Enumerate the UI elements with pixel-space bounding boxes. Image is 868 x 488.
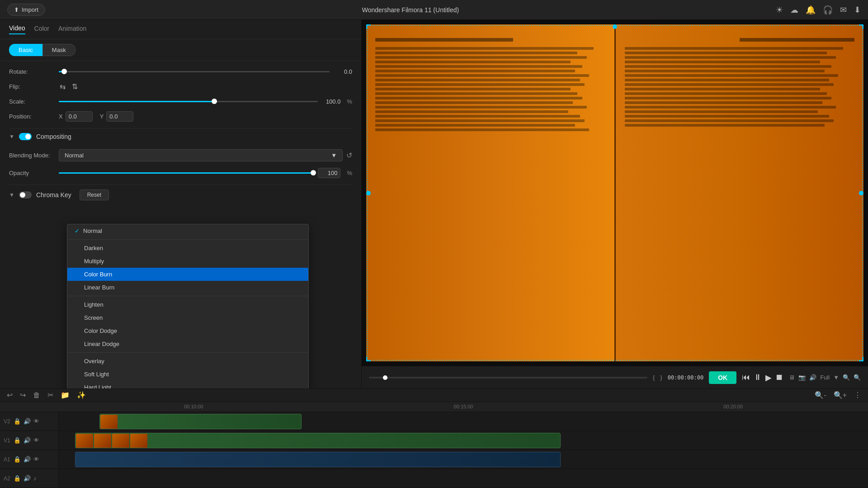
dropdown-item-soft-light[interactable]: Soft Light xyxy=(67,368,308,381)
pos-y-input[interactable] xyxy=(106,111,133,122)
playback-timeline[interactable] xyxy=(369,377,647,379)
track-lock3-icon[interactable]: 🔒 xyxy=(14,456,21,463)
effects-icon[interactable]: ✨ xyxy=(75,389,87,401)
blend-mode-button[interactable]: Normal ▼ xyxy=(59,149,343,161)
view-dropdown-icon[interactable]: ▼ xyxy=(833,374,839,381)
track-eye2-icon[interactable]: 👁 xyxy=(33,437,39,444)
scale-track[interactable] xyxy=(59,101,318,102)
track-lock-icon[interactable]: 🔒 xyxy=(14,418,21,425)
corner-br-handle[interactable] xyxy=(859,357,863,361)
dropdown-item-color-dodge[interactable]: Color Dodge xyxy=(67,324,308,337)
track-content-audio-1[interactable] xyxy=(59,450,868,469)
track-speaker4-icon[interactable]: 🔊 xyxy=(24,475,31,482)
track-content-audio-2[interactable] xyxy=(59,469,868,488)
track-speaker-icon[interactable]: 🔊 xyxy=(24,418,31,425)
subtab-row: Basic Mask xyxy=(0,39,361,61)
playback-cursor[interactable] xyxy=(383,375,387,380)
track-num-video-2: V2 xyxy=(4,418,11,425)
import-button[interactable]: ⬆ Import xyxy=(7,4,45,16)
flip-vertical-button[interactable]: ⇅ xyxy=(71,81,79,92)
track-speaker3-icon[interactable]: 🔊 xyxy=(24,456,31,463)
zoom-plus-icon[interactable]: 🔍 xyxy=(854,374,861,381)
add-media-icon[interactable]: 📁 xyxy=(59,389,71,401)
zoom-minus-icon[interactable]: 🔍 xyxy=(843,374,850,381)
corner-tr-handle[interactable] xyxy=(859,24,863,29)
dropdown-item-screen[interactable]: Screen xyxy=(67,311,308,324)
chroma-key-toggle[interactable] xyxy=(19,191,32,199)
compositing-toggle-knob xyxy=(25,134,31,139)
track-eye3-icon[interactable]: 👁 xyxy=(33,456,39,463)
dropdown-item-normal[interactable]: Normal xyxy=(67,224,308,237)
dropdown-item-linear-burn[interactable]: Linear Burn xyxy=(67,281,308,294)
compositing-section-header[interactable]: ▼ Compositing xyxy=(9,128,352,145)
edge-right-handle[interactable] xyxy=(859,191,863,195)
chroma-reset-button[interactable]: Reset xyxy=(80,190,109,200)
track-lock2-icon[interactable]: 🔒 xyxy=(14,437,21,444)
track-content-video-2[interactable] xyxy=(59,412,868,431)
zoom-out-icon[interactable]: 🔍- xyxy=(813,389,827,401)
play-pause-button[interactable]: ⏸ xyxy=(754,373,762,382)
download-icon[interactable]: ⬇ xyxy=(854,5,861,15)
redo-icon[interactable]: ↪ xyxy=(19,389,27,401)
opacity-slider-wrap: % xyxy=(59,168,352,178)
blend-reset-icon[interactable]: ↺ xyxy=(346,151,352,160)
track-music-icon[interactable]: ♪ xyxy=(33,475,37,482)
bell-icon[interactable]: 🔔 xyxy=(806,5,816,15)
track-row-video-1: V1 🔒 🔊 👁 xyxy=(0,431,868,450)
tab-animation[interactable]: Animation xyxy=(58,25,86,34)
video-frame xyxy=(366,24,863,361)
subtab-basic[interactable]: Basic xyxy=(9,44,42,56)
rotate-track[interactable] xyxy=(59,71,330,72)
tab-video[interactable]: Video xyxy=(9,24,25,34)
chroma-chevron-icon: ▼ xyxy=(9,192,14,198)
dropdown-item-overlay[interactable]: Overlay xyxy=(67,355,308,368)
opacity-track[interactable] xyxy=(59,172,313,174)
flip-row: Flip: ⇆ ⇅ xyxy=(9,81,352,92)
edge-top-handle[interactable] xyxy=(613,24,617,29)
track-speaker2-icon[interactable]: 🔊 xyxy=(24,437,31,444)
stop-button[interactable]: ⏹ xyxy=(775,373,783,382)
pos-x-label: X xyxy=(59,113,63,120)
headset-icon[interactable]: 🎧 xyxy=(823,5,833,15)
corner-bl-handle[interactable] xyxy=(366,357,371,361)
opacity-value-input[interactable] xyxy=(318,168,340,178)
undo-icon[interactable]: ↩ xyxy=(5,389,14,401)
compositing-title: Compositing xyxy=(36,133,71,140)
dropdown-item-linear-dodge[interactable]: Linear Dodge xyxy=(67,337,308,351)
rotate-value: 0.0 xyxy=(334,68,352,75)
volume-icon: 🔊 xyxy=(809,374,816,381)
position-fields: X Y xyxy=(59,111,133,122)
compositing-toggle[interactable] xyxy=(19,133,32,140)
pos-x-field: X xyxy=(59,111,93,122)
track-content-video-1[interactable] xyxy=(59,431,868,450)
pos-x-input[interactable] xyxy=(66,111,93,122)
track-lock4-icon[interactable]: 🔒 xyxy=(14,475,21,482)
dropdown-item-color-burn[interactable]: Color Burn xyxy=(67,268,308,281)
scissors-icon[interactable]: ✂ xyxy=(46,389,55,401)
more-icon[interactable]: ⋮ xyxy=(853,389,863,401)
sun-icon[interactable]: ☀ xyxy=(776,5,783,15)
tab-color[interactable]: Color xyxy=(34,25,49,34)
subtab-mask[interactable]: Mask xyxy=(42,44,75,56)
dropdown-item-darken[interactable]: Darken xyxy=(67,242,308,255)
chroma-key-section-header[interactable]: ▼ Chroma Key Reset xyxy=(9,185,352,205)
cloud-icon[interactable]: ☁ xyxy=(790,5,798,15)
zoom-in-icon[interactable]: 🔍+ xyxy=(832,389,848,401)
mail-icon[interactable]: ✉ xyxy=(840,5,847,15)
view-label: Full xyxy=(820,374,830,381)
flip-icons: ⇆ ⇅ xyxy=(59,81,79,92)
track-eye-icon[interactable]: 👁 xyxy=(33,418,39,425)
play-forward-button[interactable]: ▶ xyxy=(765,373,772,383)
step-back-button[interactable]: ⏮ xyxy=(742,373,750,382)
track-row-audio-1: A1 🔒 🔊 👁 xyxy=(0,450,868,469)
ok-button[interactable]: OK xyxy=(709,371,736,384)
delete-icon[interactable]: 🗑 xyxy=(32,390,42,401)
dropdown-item-lighten[interactable]: Lighten xyxy=(67,298,308,311)
flip-horizontal-button[interactable]: ⇆ xyxy=(59,81,66,92)
main-content: Video Color Animation Basic Mask Rotate:… xyxy=(0,20,868,389)
edge-left-handle[interactable] xyxy=(366,191,371,195)
dropdown-divider-1 xyxy=(67,239,308,240)
dropdown-item-hard-light[interactable]: Hard Light xyxy=(67,381,308,389)
corner-tl-handle[interactable] xyxy=(366,24,371,29)
dropdown-item-multiply[interactable]: Multiply xyxy=(67,255,308,268)
